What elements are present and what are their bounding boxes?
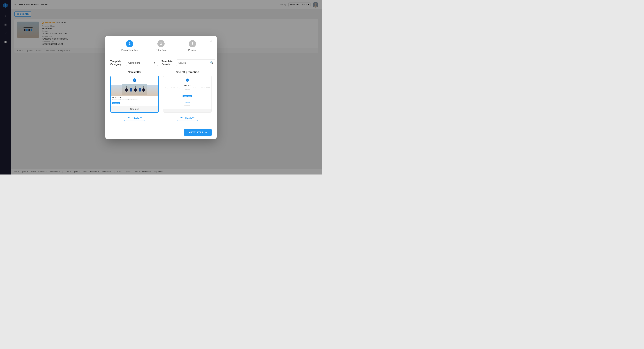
step-1-circle: 1 xyxy=(126,40,133,47)
template-item-promo: One off promotion 30% OFF Here, you can … xyxy=(163,70,212,121)
promo-logo xyxy=(185,78,190,83)
template-card-newsletter[interactable]: What's new? A summary about how awesome … xyxy=(110,76,159,113)
newsletter-logo xyxy=(132,78,138,84)
template-card-promo[interactable]: 30% OFF Here, you can add details about … xyxy=(163,76,212,113)
step-3-label: Preview xyxy=(188,49,196,52)
next-step-button[interactable]: NEXT STEP → xyxy=(184,129,212,136)
step-3: 3 Preview xyxy=(177,40,208,52)
template-promo-title: One off promotion xyxy=(176,70,199,74)
filter-row: Template Category: Campaigns ▾ Template … xyxy=(105,60,217,70)
stepper: 1 Pick a Template 2 Enter Data 3 Preview xyxy=(110,40,212,56)
modal-header: 1 Pick a Template 2 Enter Data 3 Preview xyxy=(105,36,217,56)
template-newsletter-title: Newsletter xyxy=(128,70,142,74)
newsletter-footer: Updates xyxy=(111,106,158,112)
modal-divider xyxy=(105,56,217,56)
svg-point-25 xyxy=(134,88,137,92)
step-1-label: Pick a Template xyxy=(122,49,138,52)
svg-point-21 xyxy=(125,88,128,92)
step-1: 1 Pick a Template xyxy=(114,40,145,52)
search-wrapper: 🔍 xyxy=(176,60,216,66)
newsletter-headline: What's new? xyxy=(112,97,157,99)
eye-icon: 👁 xyxy=(128,116,130,119)
modal: × 1 Pick a Template 2 Enter Data xyxy=(105,36,217,139)
step-3-circle: 3 xyxy=(189,40,196,47)
promo-footer xyxy=(163,109,212,112)
modal-overlay: × 1 Pick a Template 2 Enter Data xyxy=(0,0,322,174)
search-icon: 🔍 xyxy=(210,61,214,64)
unsubscribe-link[interactable]: Unsubscribe xyxy=(165,102,210,103)
svg-point-27 xyxy=(139,88,141,92)
eye-icon-promo: 👁 xyxy=(180,116,183,119)
template-item-newsletter: Newsletter xyxy=(110,70,159,121)
preview-promo-button[interactable]: 👁 PREVIEW xyxy=(177,115,198,121)
promo-preview: 30% OFF Here, you can add details about … xyxy=(163,76,212,109)
svg-point-29 xyxy=(142,88,145,92)
step-2-label: Enter Data xyxy=(156,49,166,52)
step-2-circle: 2 xyxy=(158,40,164,47)
newsletter-image xyxy=(111,84,158,95)
search-input[interactable] xyxy=(178,62,208,64)
newsletter-preview: What's new? A summary about how awesome … xyxy=(111,76,158,106)
newsletter-body-text: A summary about how awesome the last per… xyxy=(112,99,157,100)
category-select[interactable]: Campaigns ▾ xyxy=(126,60,158,66)
rights-text: All rights reserved. xyxy=(184,105,190,106)
read-more-button[interactable]: READ MORE xyxy=(112,102,120,104)
redeem-button[interactable]: Redeem coupon xyxy=(182,95,192,98)
template-grid: Newsletter xyxy=(105,70,217,126)
chevron-down-icon: ▾ xyxy=(154,62,155,64)
promo-discount: 30% OFF xyxy=(165,85,210,86)
promo-body-text: Here, you can add details about the prom… xyxy=(165,87,210,90)
search-label: Template Search: xyxy=(162,60,172,66)
step-2: 2 Enter Data xyxy=(145,40,177,52)
newsletter-body: What's new? A summary about how awesome … xyxy=(111,96,158,106)
arrow-right-icon: → xyxy=(205,131,208,134)
modal-footer: NEXT STEP → xyxy=(105,126,217,139)
category-label: Template Category: xyxy=(110,60,122,66)
preview-newsletter-button[interactable]: 👁 PREVIEW xyxy=(124,115,146,121)
svg-point-23 xyxy=(130,88,132,92)
